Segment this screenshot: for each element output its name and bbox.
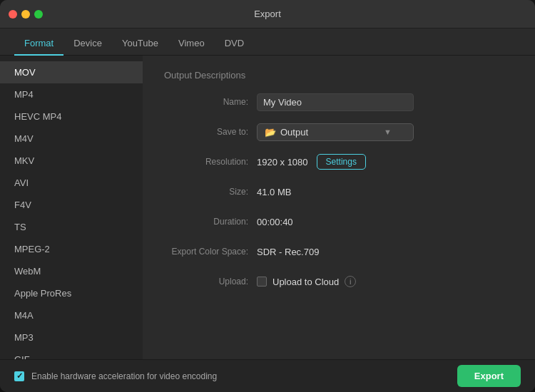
window-title: Export <box>254 9 281 19</box>
size-label: Size: <box>164 187 257 197</box>
size-row: Size: 41.0 MB <box>164 182 514 202</box>
export-window: Export Format Device YouTube Vimeo DVD M… <box>0 0 535 392</box>
sidebar-item-apple-prores[interactable]: Apple ProRes <box>0 282 143 304</box>
tab-youtube[interactable]: YouTube <box>112 32 168 56</box>
color-space-value: SDR - Rec.709 <box>257 247 514 257</box>
upload-content: Upload to Cloud i <box>257 276 356 287</box>
hw-accel-checkbox[interactable]: ✓ <box>14 371 24 381</box>
tab-vimeo[interactable]: Vimeo <box>168 32 215 56</box>
sidebar-item-avi[interactable]: AVI <box>0 172 143 194</box>
bottom-bar: ✓ Enable hardware acceleration for video… <box>0 359 535 392</box>
sidebar-item-mp4[interactable]: MP4 <box>0 83 143 105</box>
tab-dvd[interactable]: DVD <box>215 32 254 56</box>
right-panel: Output Descriptions Name: Save to: 📂 Out… <box>143 56 535 359</box>
name-label: Name: <box>164 97 257 107</box>
format-sidebar: MOV MP4 HEVC MP4 M4V MKV AVI F4V TS MPEG… <box>0 56 143 359</box>
save-to-inner: 📂 Output <box>265 127 308 138</box>
duration-row: Duration: 00:00:40 <box>164 212 514 232</box>
sidebar-item-mkv[interactable]: MKV <box>0 150 143 172</box>
hw-accel-label: Enable hardware acceleration for video e… <box>31 371 450 381</box>
sidebar-item-gif[interactable]: GIF <box>0 349 143 359</box>
section-title: Output Descriptions <box>164 70 514 81</box>
resolution-label: Resolution: <box>164 157 257 167</box>
window-controls <box>9 10 43 19</box>
settings-button[interactable]: Settings <box>317 154 366 170</box>
sidebar-item-f4v[interactable]: F4V <box>0 194 143 216</box>
save-to-value: Output <box>280 127 308 138</box>
save-to-select[interactable]: 📂 Output ▼ <box>257 123 414 141</box>
duration-label: Duration: <box>164 217 257 227</box>
save-to-label: Save to: <box>164 127 257 137</box>
upload-row: Upload: Upload to Cloud i <box>164 272 514 292</box>
upload-label: Upload: <box>164 277 257 287</box>
main-content: MOV MP4 HEVC MP4 M4V MKV AVI F4V TS MPEG… <box>0 56 535 359</box>
sidebar-item-hevc-mp4[interactable]: HEVC MP4 <box>0 105 143 128</box>
folder-icon: 📂 <box>265 127 276 138</box>
info-icon[interactable]: i <box>345 276 356 287</box>
export-button[interactable]: Export <box>457 365 521 387</box>
resolution-value: 1920 x 1080 <box>257 157 308 167</box>
minimize-button[interactable] <box>21 10 30 19</box>
resolution-row: Resolution: 1920 x 1080 Settings <box>164 152 514 172</box>
sidebar-item-ts[interactable]: TS <box>0 216 143 238</box>
checkmark-icon: ✓ <box>16 371 23 381</box>
tab-format[interactable]: Format <box>14 32 63 56</box>
name-input[interactable] <box>257 93 414 111</box>
save-to-row: Save to: 📂 Output ▼ <box>164 122 514 142</box>
sidebar-item-mpeg2[interactable]: MPEG-2 <box>0 238 143 260</box>
close-button[interactable] <box>9 10 17 19</box>
name-row: Name: <box>164 92 514 112</box>
sidebar-item-m4v[interactable]: M4V <box>0 128 143 150</box>
tab-device[interactable]: Device <box>63 32 112 56</box>
upload-cloud-label: Upload to Cloud <box>272 277 339 287</box>
chevron-down-icon: ▼ <box>384 128 392 136</box>
sidebar-item-mov[interactable]: MOV <box>0 61 143 83</box>
sidebar-item-m4a[interactable]: M4A <box>0 304 143 326</box>
upload-cloud-checkbox[interactable] <box>257 277 267 287</box>
sidebar-item-mp3[interactable]: MP3 <box>0 326 143 349</box>
duration-value: 00:00:40 <box>257 217 514 227</box>
maximize-button[interactable] <box>34 10 43 19</box>
resolution-content: 1920 x 1080 Settings <box>257 154 366 170</box>
tab-bar: Format Device YouTube Vimeo DVD <box>0 29 535 56</box>
size-value: 41.0 MB <box>257 187 514 197</box>
color-space-label: Export Color Space: <box>164 247 257 257</box>
form-rows: Name: Save to: 📂 Output ▼ <box>164 92 514 345</box>
title-bar: Export <box>0 0 535 29</box>
sidebar-item-webm[interactable]: WebM <box>0 260 143 282</box>
color-space-row: Export Color Space: SDR - Rec.709 <box>164 242 514 262</box>
